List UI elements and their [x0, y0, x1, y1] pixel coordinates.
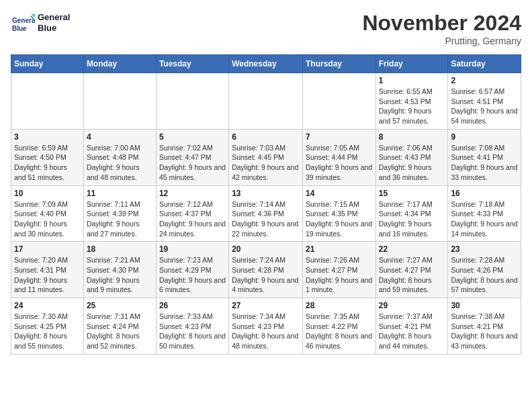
- calendar-cell: 2Sunrise: 6:57 AM Sunset: 4:51 PM Daylig…: [448, 73, 521, 130]
- calendar-cell: 6Sunrise: 7:03 AM Sunset: 4:45 PM Daylig…: [229, 129, 303, 185]
- day-info: Sunrise: 7:27 AM Sunset: 4:27 PM Dayligh…: [379, 255, 445, 295]
- day-info: Sunrise: 7:15 AM Sunset: 4:35 PM Dayligh…: [306, 199, 373, 239]
- day-number: 12: [159, 189, 226, 198]
- day-info: Sunrise: 7:28 AM Sunset: 4:26 PM Dayligh…: [451, 255, 518, 295]
- day-info: Sunrise: 7:17 AM Sunset: 4:34 PM Dayligh…: [379, 199, 445, 239]
- day-info: Sunrise: 7:11 AM Sunset: 4:39 PM Dayligh…: [87, 199, 153, 239]
- calendar-header-row: SundayMondayTuesdayWednesdayThursdayFrid…: [11, 55, 521, 73]
- svg-text:Blue: Blue: [12, 25, 27, 32]
- col-header-thursday: Thursday: [302, 55, 375, 73]
- svg-text:General: General: [12, 17, 35, 24]
- day-info: Sunrise: 7:23 AM Sunset: 4:29 PM Dayligh…: [159, 255, 226, 295]
- day-info: Sunrise: 7:26 AM Sunset: 4:27 PM Dayligh…: [306, 255, 373, 295]
- day-info: Sunrise: 7:34 AM Sunset: 4:23 PM Dayligh…: [232, 312, 300, 351]
- calendar-cell: [302, 73, 375, 130]
- calendar-cell: 8Sunrise: 7:06 AM Sunset: 4:43 PM Daylig…: [375, 129, 448, 185]
- calendar-cell: 14Sunrise: 7:15 AM Sunset: 4:35 PM Dayli…: [302, 185, 375, 242]
- logo-line1: General: [38, 12, 70, 23]
- calendar-cell: 4Sunrise: 7:00 AM Sunset: 4:48 PM Daylig…: [83, 129, 156, 185]
- calendar-cell: 9Sunrise: 7:08 AM Sunset: 4:41 PM Daylig…: [448, 129, 521, 185]
- day-number: 24: [14, 301, 81, 310]
- calendar-table: SundayMondayTuesdayWednesdayThursdayFrid…: [11, 54, 521, 355]
- day-number: 7: [306, 132, 373, 142]
- day-number: 9: [451, 132, 518, 142]
- day-info: Sunrise: 7:09 AM Sunset: 4:40 PM Dayligh…: [14, 199, 81, 239]
- calendar-cell: [156, 73, 228, 130]
- calendar-cell: [11, 73, 84, 130]
- calendar-cell: [229, 73, 303, 130]
- day-info: Sunrise: 6:59 AM Sunset: 4:50 PM Dayligh…: [14, 143, 81, 183]
- calendar-cell: 30Sunrise: 7:38 AM Sunset: 4:21 PM Dayli…: [448, 298, 521, 355]
- day-info: Sunrise: 7:05 AM Sunset: 4:44 PM Dayligh…: [306, 143, 373, 183]
- day-info: Sunrise: 7:31 AM Sunset: 4:24 PM Dayligh…: [87, 312, 153, 351]
- day-number: 2: [451, 76, 518, 85]
- day-number: 20: [232, 244, 300, 254]
- col-header-wednesday: Wednesday: [229, 55, 303, 73]
- calendar-cell: 20Sunrise: 7:24 AM Sunset: 4:28 PM Dayli…: [229, 242, 303, 298]
- col-header-friday: Friday: [375, 55, 448, 73]
- calendar-cell: 27Sunrise: 7:34 AM Sunset: 4:23 PM Dayli…: [229, 298, 303, 355]
- calendar-cell: 23Sunrise: 7:28 AM Sunset: 4:26 PM Dayli…: [448, 242, 521, 298]
- page-title: November 2024: [362, 11, 521, 36]
- calendar-week-row: 3Sunrise: 6:59 AM Sunset: 4:50 PM Daylig…: [11, 129, 521, 185]
- col-header-tuesday: Tuesday: [156, 55, 228, 73]
- logo: General Blue General Blue: [11, 11, 70, 35]
- day-number: 13: [232, 189, 300, 198]
- day-number: 27: [232, 301, 300, 310]
- col-header-sunday: Sunday: [11, 55, 84, 73]
- day-number: 6: [232, 132, 300, 142]
- calendar-cell: 3Sunrise: 6:59 AM Sunset: 4:50 PM Daylig…: [11, 129, 84, 185]
- day-number: 14: [306, 189, 373, 198]
- calendar-cell: 13Sunrise: 7:14 AM Sunset: 4:36 PM Dayli…: [229, 185, 303, 242]
- day-number: 15: [379, 189, 445, 198]
- day-number: 17: [14, 244, 81, 254]
- day-info: Sunrise: 7:20 AM Sunset: 4:31 PM Dayligh…: [14, 255, 81, 295]
- day-info: Sunrise: 7:08 AM Sunset: 4:41 PM Dayligh…: [451, 143, 518, 183]
- day-number: 16: [451, 189, 518, 198]
- title-area: November 2024 Prutting, Germany: [362, 11, 521, 46]
- logo-text: General Blue: [38, 12, 70, 33]
- calendar-cell: 24Sunrise: 7:30 AM Sunset: 4:25 PM Dayli…: [11, 298, 84, 355]
- day-number: 21: [306, 244, 373, 254]
- calendar-cell: 12Sunrise: 7:12 AM Sunset: 4:37 PM Dayli…: [156, 185, 228, 242]
- calendar-cell: 18Sunrise: 7:21 AM Sunset: 4:30 PM Dayli…: [83, 242, 156, 298]
- calendar-cell: 29Sunrise: 7:37 AM Sunset: 4:21 PM Dayli…: [375, 298, 448, 355]
- day-number: 10: [14, 189, 81, 198]
- calendar-cell: 22Sunrise: 7:27 AM Sunset: 4:27 PM Dayli…: [375, 242, 448, 298]
- day-number: 19: [159, 244, 226, 254]
- day-info: Sunrise: 7:24 AM Sunset: 4:28 PM Dayligh…: [232, 255, 300, 295]
- day-number: 4: [87, 132, 153, 142]
- day-number: 3: [14, 132, 81, 142]
- day-info: Sunrise: 6:55 AM Sunset: 4:53 PM Dayligh…: [379, 87, 445, 126]
- day-info: Sunrise: 6:57 AM Sunset: 4:51 PM Dayligh…: [451, 87, 518, 126]
- calendar-cell: 25Sunrise: 7:31 AM Sunset: 4:24 PM Dayli…: [83, 298, 156, 355]
- day-info: Sunrise: 7:02 AM Sunset: 4:47 PM Dayligh…: [159, 143, 226, 183]
- day-info: Sunrise: 7:18 AM Sunset: 4:33 PM Dayligh…: [451, 199, 518, 239]
- page-subtitle: Prutting, Germany: [362, 36, 521, 46]
- calendar-cell: 19Sunrise: 7:23 AM Sunset: 4:29 PM Dayli…: [156, 242, 228, 298]
- day-info: Sunrise: 7:06 AM Sunset: 4:43 PM Dayligh…: [379, 143, 445, 183]
- calendar-cell: 17Sunrise: 7:20 AM Sunset: 4:31 PM Dayli…: [11, 242, 84, 298]
- day-info: Sunrise: 7:14 AM Sunset: 4:36 PM Dayligh…: [232, 199, 300, 239]
- calendar-week-row: 17Sunrise: 7:20 AM Sunset: 4:31 PM Dayli…: [11, 242, 521, 298]
- calendar-cell: 21Sunrise: 7:26 AM Sunset: 4:27 PM Dayli…: [302, 242, 375, 298]
- day-info: Sunrise: 7:37 AM Sunset: 4:21 PM Dayligh…: [379, 312, 445, 351]
- calendar-cell: 1Sunrise: 6:55 AM Sunset: 4:53 PM Daylig…: [375, 73, 448, 130]
- col-header-monday: Monday: [83, 55, 156, 73]
- day-info: Sunrise: 7:12 AM Sunset: 4:37 PM Dayligh…: [159, 199, 226, 239]
- calendar-cell: 10Sunrise: 7:09 AM Sunset: 4:40 PM Dayli…: [11, 185, 84, 242]
- day-info: Sunrise: 7:21 AM Sunset: 4:30 PM Dayligh…: [87, 255, 153, 295]
- calendar-cell: 16Sunrise: 7:18 AM Sunset: 4:33 PM Dayli…: [448, 185, 521, 242]
- day-number: 11: [87, 189, 153, 198]
- calendar-cell: 11Sunrise: 7:11 AM Sunset: 4:39 PM Dayli…: [83, 185, 156, 242]
- day-number: 8: [379, 132, 445, 142]
- page-header: General Blue General Blue November 2024 …: [11, 11, 521, 46]
- day-info: Sunrise: 7:35 AM Sunset: 4:22 PM Dayligh…: [306, 312, 373, 351]
- logo-line2: Blue: [38, 23, 70, 34]
- calendar-cell: 7Sunrise: 7:05 AM Sunset: 4:44 PM Daylig…: [302, 129, 375, 185]
- day-number: 28: [306, 301, 373, 310]
- day-info: Sunrise: 7:30 AM Sunset: 4:25 PM Dayligh…: [14, 312, 81, 351]
- day-number: 26: [159, 301, 226, 310]
- day-number: 1: [379, 76, 445, 85]
- day-info: Sunrise: 7:38 AM Sunset: 4:21 PM Dayligh…: [451, 312, 518, 351]
